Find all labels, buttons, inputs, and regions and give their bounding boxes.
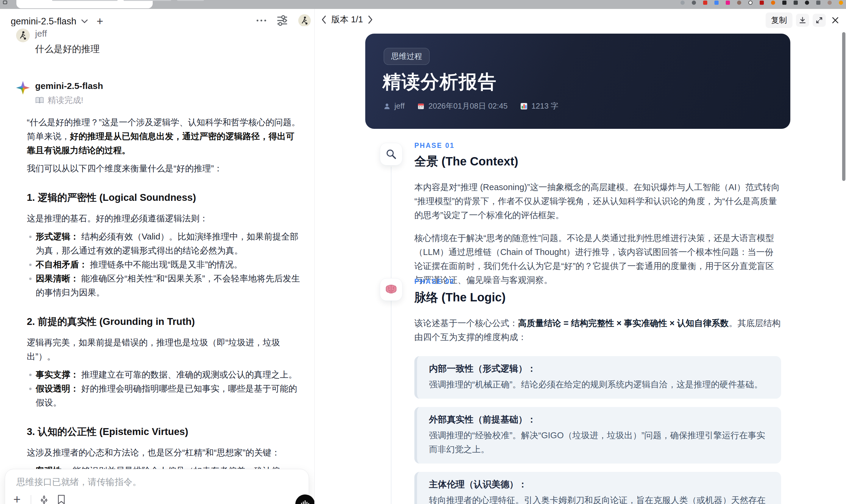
list-item: 假设透明： 好的推理会明确指明哪些是已知事实，哪些是基于可能的假设。 — [27, 382, 301, 410]
paragraph: “什么是好的推理？”这是一个涉及逻辑学、认知科学和哲学核心的问题。简单来说，好的… — [27, 115, 301, 157]
report-title: 精读分析报告 — [383, 69, 497, 94]
user-message-text: 什么是好的推理 — [27, 43, 301, 55]
bullet-list: 形式逻辑： 结构必须有效（Valid）。比如演绎推理中，如果前提全部为真，那么通… — [27, 230, 301, 300]
bookmark-favicon[interactable] — [726, 1, 730, 5]
artifact-viewer-panel: 版本 1/1 复制 思维过程 精读分析报告 jeff — [315, 9, 846, 504]
list-item: 形式逻辑： 结构必须有效（Valid）。比如演绎推理中，如果前提全部为真，那么通… — [27, 230, 301, 258]
list-item: 因果清晰： 能准确区分“相关性”和“因果关系”，不会轻率地将先后发生的事情归为因… — [27, 272, 301, 300]
chat-message-list: jeff 什么是好的推理 gemini-2.5-flash 精读完成! “什么是… — [27, 26, 301, 504]
phase-section-2: PHASE 02 脉络 (The Logic) 该论述基于一个核心公式：高质量结… — [415, 277, 781, 504]
url-text-fragment — [177, 0, 204, 1]
phase-label: PHASE 02 — [415, 277, 781, 286]
input-toolbar-divider — [31, 495, 31, 504]
assistant-message: gemini-2.5-flash 精读完成! “什么是好的推理？”这是一个涉及逻… — [27, 81, 301, 504]
version-navigator: 版本 1/1 — [321, 14, 373, 25]
section-heading: 2. 前提的真实性 (Grounding in Truth) — [27, 314, 301, 328]
list-item: 不自相矛盾： 推理链条中不能出现“既是又非”的情况。 — [27, 258, 301, 272]
more-options-icon[interactable] — [257, 20, 266, 21]
report-badge: 思维过程 — [384, 48, 429, 65]
waveform-icon — [300, 500, 310, 504]
dimension-card-title: 内部一致性（形式逻辑）： — [429, 363, 769, 374]
report-hero-card: 思维过程 精读分析报告 jeff 2026年01月08日 02:45 1213 … — [365, 34, 790, 129]
close-button[interactable] — [829, 14, 841, 26]
dimension-card-body: 转向推理者的心理特征。引入奥卡姆剃刀和反向论证，旨在克服人类（或机器）天然存在的… — [429, 493, 769, 504]
model-name: gemini-2.5-flash — [11, 16, 76, 27]
download-button[interactable] — [796, 14, 809, 27]
date-meta: 2026年01月08日 02:45 — [417, 101, 508, 111]
browser-address-bar[interactable] — [16, 0, 153, 8]
user-message: jeff 什么是好的推理 — [27, 29, 301, 55]
prompt-input[interactable] — [16, 477, 243, 487]
extension-icon[interactable] — [794, 1, 798, 5]
section-intro: 逻辑再完美，如果前提是错误的，推理也是垃圾（即“垃圾进，垃圾出”）。 — [27, 336, 301, 364]
new-chat-button[interactable]: + — [97, 15, 103, 28]
user-name: jeff — [27, 29, 301, 39]
bookmark-favicon[interactable] — [692, 1, 696, 5]
dimension-card: 内部一致性（形式逻辑）： 强调推理的“机械正确”。结论必须在给定的规则系统内逻辑… — [415, 356, 781, 399]
phase-section-1: PHASE 01 全景 (The Context) 本内容是对“推理 (Reas… — [415, 142, 781, 296]
extension-icon[interactable] — [805, 1, 809, 5]
section-intro: 这涉及推理者的心态和方法论，也是区分“杠精”和“思想家”的关键： — [27, 446, 301, 460]
bookmark-icon[interactable] — [57, 494, 66, 504]
chevron-down-icon — [81, 19, 88, 23]
sparkle-tools-icon[interactable] — [39, 494, 49, 504]
bookmark-favicon[interactable] — [760, 1, 764, 5]
copy-button[interactable]: 复制 — [765, 13, 792, 28]
calendar-icon — [417, 102, 425, 110]
prompt-input-card: + — [5, 469, 309, 504]
close-icon — [831, 16, 839, 24]
dimension-card: 外部真实性（前提基础）： 强调推理的“经验校准”。解决“GIGO（垃圾进，垃圾出… — [415, 407, 781, 464]
url-text-fragment — [52, 0, 118, 1]
timeline-line — [391, 167, 391, 504]
section-intro: 这是推理的基石。好的推理必须遵循逻辑法则： — [27, 212, 301, 226]
app-window: gemini-2.5-flash + — [0, 0, 846, 504]
phase-label: PHASE 01 — [415, 142, 781, 150]
list-item: 事实支撑： 推理建立在可靠的数据、准确的观测或公认的真理之上。 — [27, 368, 301, 382]
voice-input-button[interactable] — [295, 494, 314, 504]
phase-title: 全景 (The Context) — [415, 153, 781, 169]
url-text-fragment — [124, 0, 171, 1]
browser-profile-avatar[interactable] — [828, 1, 832, 5]
fullscreen-button[interactable] — [813, 14, 826, 27]
version-label: 版本 1/1 — [331, 14, 363, 25]
chat-panel: jeff 什么是好的推理 gemini-2.5-flash 精读完成! “什么是… — [0, 26, 314, 504]
bookmark-favicon[interactable] — [703, 1, 707, 5]
chevron-left-icon[interactable] — [321, 15, 327, 24]
dimension-card-body: 强调推理的“机械正确”。结论必须在给定的规则系统内逻辑自洽，这是推理的硬件基础。 — [429, 378, 769, 392]
bookmark-favicon[interactable] — [839, 1, 843, 5]
chevron-right-icon[interactable] — [368, 15, 373, 24]
bookmarks-bar — [681, 1, 843, 5]
assistant-message-body: “什么是好的推理？”这是一个涉及逻辑学、认知科学和哲学核心的问题。简单来说，好的… — [27, 115, 301, 504]
dimension-card-title: 主体伦理（认识美德）： — [429, 479, 769, 490]
viewer-scrollbar[interactable] — [842, 32, 845, 181]
bullet-list: 事实支撑： 推理建立在可靠的数据、准确的观测或公认的真理之上。 假设透明： 好的… — [27, 368, 301, 410]
browser-back-icon[interactable] — [3, 1, 7, 4]
section-heading: 3. 认知的公正性 (Epistemic Virtues) — [27, 425, 301, 438]
model-selector[interactable]: gemini-2.5-flash + — [11, 15, 103, 28]
expand-icon — [815, 16, 823, 24]
bookmark-favicon[interactable] — [748, 1, 753, 5]
user-avatar[interactable] — [298, 14, 311, 27]
report-meta: jeff 2026年01月08日 02:45 1213 字 — [383, 101, 559, 111]
bookmark-favicon[interactable] — [681, 1, 685, 5]
attach-plus-button[interactable]: + — [11, 492, 23, 504]
bookmark-favicon[interactable] — [771, 1, 775, 5]
assistant-status: 精读完成! — [27, 95, 301, 106]
tune-settings-icon[interactable] — [276, 15, 288, 26]
brain-icon — [380, 278, 403, 301]
bookmark-favicon[interactable] — [715, 1, 719, 5]
dimension-card: 主体伦理（认识美德）： 转向推理者的心理特征。引入奥卡姆剃刀和反向论证，旨在克服… — [415, 472, 781, 504]
phase-paragraph: 该论述基于一个核心公式：高质量结论 = 结构完整性 × 事实准确性 × 认知自律… — [415, 316, 781, 344]
dimension-card-title: 外部真实性（前提基础）： — [429, 414, 769, 425]
download-icon — [799, 16, 806, 24]
open-book-icon — [35, 96, 44, 104]
person-icon — [383, 102, 391, 110]
magnifier-icon — [380, 143, 403, 165]
dimension-cards: 内部一致性（形式逻辑）： 强调推理的“机械正确”。结论必须在给定的规则系统内逻辑… — [415, 356, 781, 504]
extension-icon[interactable] — [782, 1, 787, 5]
word-count-meta: 1213 字 — [520, 101, 559, 111]
extension-icon[interactable] — [816, 1, 821, 5]
browser-chrome — [0, 0, 846, 9]
paragraph: 我们可以从以下四个维度来衡量什么是“好的推理”： — [27, 162, 301, 176]
bookmark-favicon[interactable] — [737, 1, 741, 5]
